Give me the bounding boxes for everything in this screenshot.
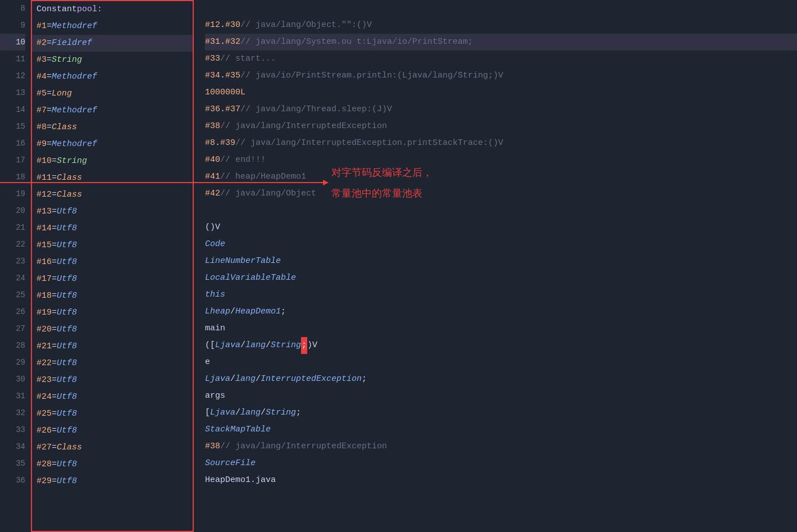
right-code-line-11: #33 // start... [205, 51, 797, 67]
right-code-line-12: #34.#35 // java/io/PrintStream.println:(… [205, 67, 797, 84]
line-number-22: 22 [0, 236, 25, 253]
line-number-26: 26 [0, 303, 25, 320]
left-code-line-29: #22 = Utf8 [32, 355, 193, 372]
right-code-line-17: #40 // end!!! [205, 152, 797, 169]
right-code-line-30: Ljava/lang/InterruptedException; [205, 371, 797, 388]
line-number-14: 14 [0, 101, 25, 118]
left-code-line-28: #21 = Utf8 [32, 338, 193, 355]
left-code-line-35: #28 = Utf8 [32, 456, 193, 473]
right-code-line-28: ([Ljava/lang/String;)V [205, 337, 797, 354]
line-number-31: 31 [0, 388, 25, 404]
right-code-line-16: #8.#39 // java/lang/InterruptedException… [205, 135, 797, 152]
left-code-line-23: #16 = Utf8 [32, 254, 193, 271]
left-code-line-18: #11 = Class [32, 170, 193, 187]
line-number-15: 15 [0, 118, 25, 135]
left-code-line-33: #26 = Utf8 [32, 422, 193, 439]
right-code-line-26: Lheap/HeapDemo1; [205, 303, 797, 320]
line-number-34: 34 [0, 438, 25, 455]
line-number-23: 23 [0, 253, 25, 270]
left-code-line-9: #1 = Methodref [32, 18, 193, 35]
left-code-line-32: #25 = Utf8 [32, 406, 193, 422]
code-area: Constant pool: #1 = Methodref #2 = Field… [31, 0, 797, 532]
right-code-line-33: StackMapTable [205, 421, 797, 438]
left-code-line-15: #8 = Class [32, 119, 193, 136]
right-code-line-34: #38 // java/lang/InterruptedException [205, 438, 797, 455]
right-panel: 对字节码反编译之后， 常量池中的常量池表 #12.#30 // java/lan… [194, 0, 797, 532]
right-code-line-24: LocalVariableTable [205, 270, 797, 287]
left-panel: Constant pool: #1 = Methodref #2 = Field… [31, 0, 194, 532]
left-code-line-27: #20 = Utf8 [32, 321, 193, 338]
line-number-11: 11 [0, 51, 25, 67]
right-code-line-8 [205, 0, 797, 17]
left-code-line-19: #12 = Class [32, 187, 193, 203]
line-number-16: 16 [0, 135, 25, 152]
line-number-24: 24 [0, 270, 25, 287]
line-number-13: 13 [0, 84, 25, 101]
right-code-line-14: #36.#37 // java/lang/Thread.sleep:(J)V [205, 101, 797, 118]
line-number-32: 32 [0, 404, 25, 421]
right-code-line-31: args [205, 388, 797, 404]
line-number-36: 36 [0, 472, 25, 489]
right-code-line-32: [Ljava/lang/String; [205, 404, 797, 421]
right-code-line-25: this [205, 287, 797, 303]
right-code-line-20 [205, 202, 797, 219]
right-code-line-36: HeapDemo1.java [205, 472, 797, 489]
left-code-line-25: #18 = Utf8 [32, 288, 193, 304]
left-code-line-11: #3 = String [32, 52, 193, 69]
left-code-line-30: #23 = Utf8 [32, 372, 193, 389]
left-code-line-26: #19 = Utf8 [32, 304, 193, 321]
line-number-27: 27 [0, 320, 25, 337]
code-container: 8910111213141516171819202122232425262728… [0, 0, 797, 532]
left-code-line-34: #27 = Class [32, 439, 193, 456]
line-number-33: 33 [0, 421, 25, 438]
line-number-10: 10 [0, 34, 25, 51]
left-code-line-13: #5 = Long [32, 85, 193, 102]
line-number-29: 29 [0, 354, 25, 371]
left-code-line-31: #24 = Utf8 [32, 389, 193, 406]
right-code-line-21: ()V [205, 219, 797, 236]
line-number-28: 28 [0, 337, 25, 354]
line-number-35: 35 [0, 455, 25, 472]
right-code-line-9: #12.#30 // java/lang/Object."":()V [205, 17, 797, 34]
left-code-line-14: #7 = Methodref [32, 102, 193, 119]
left-code-line-17: #10 = String [32, 153, 193, 170]
line-number-25: 25 [0, 287, 25, 303]
left-code-line-24: #17 = Utf8 [32, 271, 193, 288]
right-code-line-22: Code [205, 236, 797, 253]
left-code-line-21: #14 = Utf8 [32, 220, 193, 237]
right-code-line-23: LineNumberTable [205, 253, 797, 270]
line-numbers: 8910111213141516171819202122232425262728… [0, 0, 31, 532]
left-code-line-22: #15 = Utf8 [32, 237, 193, 254]
line-number-17: 17 [0, 152, 25, 169]
line-number-12: 12 [0, 67, 25, 84]
left-code-line-8: Constant pool: [32, 1, 193, 18]
left-code-line-12: #4 = Methodref [32, 69, 193, 85]
left-code-line-16: #9 = Methodref [32, 136, 193, 153]
right-code-line-18: #41 // heap/HeapDemo1 [205, 169, 797, 185]
right-code-line-15: #38 // java/lang/InterruptedException [205, 118, 797, 135]
line-number-8: 8 [0, 0, 25, 17]
line-number-19: 19 [0, 185, 25, 202]
right-code-line-10: #31.#32 // java/lang/System.ou t:Ljava/i… [205, 34, 797, 51]
right-code-line-13: 1000000L [205, 84, 797, 101]
line-number-18: 18 [0, 169, 25, 185]
line-number-21: 21 [0, 219, 25, 236]
right-code-line-35: SourceFile [205, 455, 797, 472]
line-number-30: 30 [0, 371, 25, 388]
right-code-line-29: e [205, 354, 797, 371]
left-code-line-36: #29 = Utf8 [32, 473, 193, 490]
line-number-9: 9 [0, 17, 25, 34]
right-code-line-27: main [205, 320, 797, 337]
left-code-line-20: #13 = Utf8 [32, 203, 193, 220]
right-code-line-19: #42 // java/lang/Object [205, 185, 797, 202]
left-code-line-10: #2 = Fieldref [32, 35, 193, 52]
line-number-20: 20 [0, 202, 25, 219]
